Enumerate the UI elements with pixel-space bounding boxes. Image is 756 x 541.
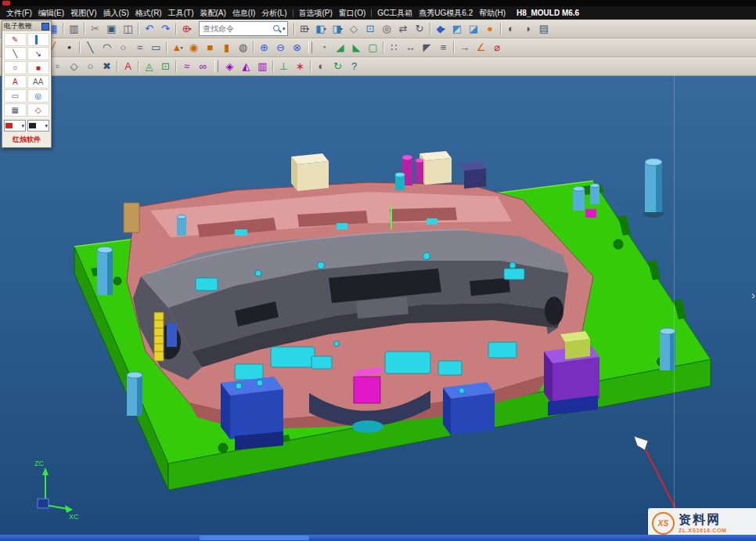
toolbar-button-studio-spline[interactable]: ≈ bbox=[131, 39, 148, 56]
toolbar-button-wcs-dynamics[interactable]: ◬ bbox=[141, 58, 157, 74]
menu-assemblies[interactable]: 装配(A) bbox=[196, 7, 229, 20]
toolbar-button-revolve[interactable]: ◉ bbox=[185, 39, 202, 56]
toolbar-button-hole[interactable]: ◍ bbox=[235, 39, 251, 56]
toolbar-button-electrode-design[interactable]: ▥ bbox=[254, 58, 271, 74]
toolbar-button-mirror-feature[interactable]: ↔ bbox=[402, 39, 419, 56]
toolbar-button-arc[interactable]: ◠ bbox=[99, 39, 115, 56]
toolbar-button-copy[interactable]: ▣ bbox=[103, 20, 120, 37]
toolbar-button-cylinder[interactable]: ▮ bbox=[218, 39, 235, 56]
epointer-tool-brush[interactable]: ▍ bbox=[27, 33, 50, 46]
toolbar-button-snap-endpoint[interactable]: ▫ bbox=[49, 58, 66, 74]
toolbar-button-rotate-view[interactable]: ↻ bbox=[412, 20, 428, 37]
toolbar-button-wireframe[interactable]: ◇ bbox=[346, 20, 362, 37]
wcs-triad[interactable]: ZC XC bbox=[34, 460, 79, 521]
menu-file[interactable]: 文件(F) bbox=[3, 7, 35, 20]
toolbar-button-subtract[interactable]: ⊖ bbox=[272, 39, 289, 56]
taskbar-app-button[interactable] bbox=[200, 536, 309, 540]
toolbar-button-undo[interactable]: ↶ bbox=[141, 20, 157, 37]
toolbar-button-draft[interactable]: ◣ bbox=[348, 39, 365, 56]
epointer-tool-magnify[interactable]: ◎ bbox=[27, 89, 50, 103]
panel-expand-chevron-icon[interactable]: › bbox=[751, 289, 755, 301]
menu-format[interactable]: 格式(R) bbox=[132, 7, 165, 20]
toolbar-button-shell[interactable]: ▢ bbox=[365, 39, 381, 56]
palette-minimize-button[interactable] bbox=[41, 23, 49, 31]
toolbar-button-helix[interactable]: ∞ bbox=[195, 58, 211, 74]
menu-tools[interactable]: 工具(T) bbox=[165, 7, 197, 20]
toolbar-button-layer-settings[interactable]: ▤ bbox=[536, 20, 553, 37]
toolbar-button-chamfer[interactable]: ◢ bbox=[332, 39, 348, 56]
epointer-tool-ellipse[interactable]: ○ bbox=[4, 61, 27, 74]
epointer-tool-eraser[interactable]: ◇ bbox=[27, 103, 50, 117]
pen-width-combo[interactable]: ▾ bbox=[27, 120, 49, 132]
toolbar-button-rectangle[interactable]: ▭ bbox=[148, 39, 164, 56]
toolbar-grip[interactable] bbox=[214, 60, 218, 72]
toolbar-button-pan[interactable]: ⇄ bbox=[395, 20, 412, 37]
menu-view[interactable]: 视图(V) bbox=[67, 7, 99, 20]
toolbar-button-pattern-feature[interactable]: ∷ bbox=[386, 39, 402, 56]
command-finder-input[interactable] bbox=[201, 23, 272, 34]
toolbar-button-curve-analysis[interactable]: ≈ bbox=[178, 58, 195, 74]
toolbar-button-object-display[interactable]: ◐ bbox=[313, 58, 329, 74]
epointer-tool-line[interactable]: ╲ bbox=[4, 47, 27, 60]
toolbar-button-trim-body[interactable]: ◤ bbox=[419, 39, 435, 56]
toolbar-button-snap-intersection[interactable]: ✖ bbox=[99, 58, 115, 74]
toolbar-button-redo[interactable]: ↷ bbox=[157, 20, 174, 37]
toolbar-button-point[interactable]: ▪ bbox=[61, 39, 77, 56]
toolbar-button-edge-blend[interactable]: ◔ bbox=[315, 39, 332, 56]
toolbar-button-block[interactable]: ■ bbox=[202, 39, 218, 56]
toolbar-button-measure-angle[interactable]: ∠ bbox=[473, 39, 489, 56]
toolbar-button-sphere-display[interactable]: ● bbox=[482, 20, 499, 37]
menu-window[interactable]: 窗口(O) bbox=[336, 7, 369, 20]
toolbar-button-front-view[interactable]: ◩ bbox=[449, 20, 466, 37]
epointer-tool-snapshot[interactable]: ▦ bbox=[4, 103, 27, 117]
toolbar-button-snap-center[interactable]: ○ bbox=[82, 58, 99, 74]
toolbar-button-measure-diameter[interactable]: ⌀ bbox=[489, 39, 506, 56]
menu-edit[interactable]: 编辑(E) bbox=[35, 7, 67, 20]
epointer-tool-arrow[interactable]: ↘ bbox=[27, 47, 50, 60]
toolbar-button-wcs-origin[interactable]: ⊡ bbox=[157, 58, 174, 74]
toolbar-button-text[interactable]: A bbox=[120, 58, 136, 74]
toolbar-button-parting-surface[interactable]: ◭ bbox=[238, 58, 254, 74]
taskbar[interactable] bbox=[0, 535, 756, 541]
toolbar-button-command-repeat[interactable]: ⊕▾ bbox=[178, 20, 195, 37]
toolbar-button-assembly-constraints[interactable]: ⊥ bbox=[275, 58, 292, 74]
toolbar-button-exploded-view[interactable]: ∗ bbox=[292, 58, 308, 74]
search-icon[interactable] bbox=[272, 24, 282, 34]
epointer-tool-screen[interactable]: ▭ bbox=[4, 89, 27, 103]
toolbar-button-unite[interactable]: ⊕ bbox=[256, 39, 272, 56]
toolbar-grip[interactable] bbox=[308, 41, 312, 53]
menu-gc-toolbox[interactable]: GC工具箱 bbox=[374, 7, 416, 20]
menu-yanxiu-mold[interactable]: 燕秀UG模具6.2 bbox=[416, 7, 476, 20]
graphics-viewport[interactable]: ZC XC › XS 资料网 ZL.XS1616.COM bbox=[0, 76, 756, 535]
command-finder[interactable]: ▾ bbox=[199, 21, 288, 36]
toolbar-button-paste[interactable]: ◫ bbox=[120, 20, 136, 37]
toolbar-button-refresh[interactable]: ↻ bbox=[329, 58, 346, 74]
toolbar-button-show-hide[interactable]: ◐ bbox=[503, 20, 520, 37]
pen-color-combo[interactable]: ▾ bbox=[4, 120, 26, 132]
toolbar-button-print[interactable]: ▥ bbox=[66, 20, 82, 37]
epointer-tool-text-large[interactable]: A bbox=[4, 75, 27, 88]
toolbar-button-isometric-view[interactable]: ◆▾ bbox=[433, 20, 449, 37]
toolbar-button-move-object[interactable]: → bbox=[456, 39, 473, 56]
toolbar-button-line[interactable]: ╲ bbox=[82, 39, 99, 56]
menu-insert[interactable]: 插入(S) bbox=[99, 7, 131, 20]
toolbar-button-intersect[interactable]: ⊗ bbox=[289, 39, 305, 56]
toolbar-button-edit-object-display[interactable]: ◑ bbox=[520, 20, 536, 37]
menu-analysis[interactable]: 分析(L) bbox=[258, 7, 290, 20]
toolbar-button-mold-wizard[interactable]: ◈ bbox=[221, 58, 238, 74]
menu-help[interactable]: 帮助(H) bbox=[476, 7, 509, 20]
toolbar-button-top-view[interactable]: ◪ bbox=[466, 20, 482, 37]
toolbar-button-window-layout[interactable]: ⊞▾ bbox=[297, 20, 313, 37]
search-caret-icon[interactable]: ▾ bbox=[283, 26, 286, 32]
toolbar-button-fit-view[interactable]: ⊡ bbox=[362, 20, 379, 37]
epointer-tool-text-small[interactable]: AA bbox=[27, 75, 50, 88]
menu-information[interactable]: 信息(I) bbox=[229, 7, 258, 20]
menu-preferences[interactable]: 首选项(P) bbox=[296, 7, 336, 20]
toolbar-button-offset-surface[interactable]: ≡ bbox=[435, 39, 452, 56]
toolbar-button-snap-midpoint[interactable]: ◇ bbox=[66, 58, 82, 74]
epointer-title-bar[interactable]: 电子教鞭 bbox=[2, 21, 51, 31]
toolbar-button-help[interactable]: ? bbox=[346, 58, 362, 74]
toolbar-button-extrude[interactable]: ▲▾ bbox=[169, 39, 185, 56]
toolbar-button-circle[interactable]: ○ bbox=[115, 39, 131, 56]
toolbar-button-zoom[interactable]: ◎ bbox=[379, 20, 395, 37]
